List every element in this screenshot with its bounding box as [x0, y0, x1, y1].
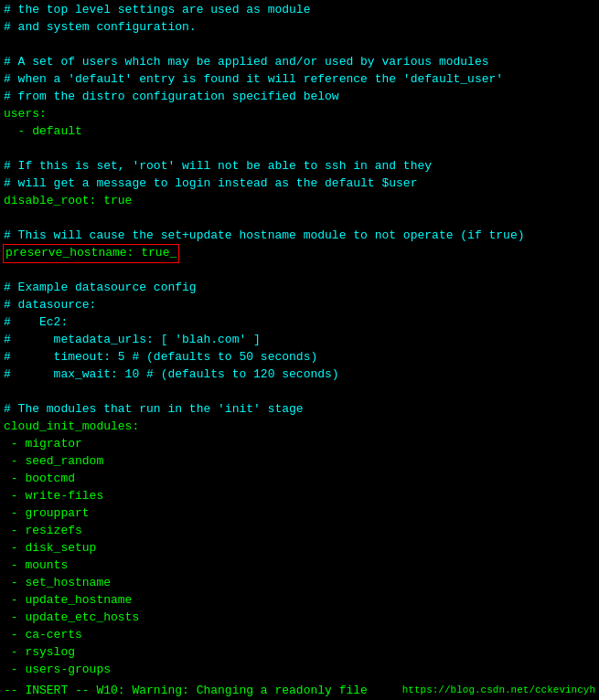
- code-line: # metadata_urls: [ 'blah.com' ]: [4, 332, 595, 349]
- code-line: - default: [4, 123, 595, 141]
- code-line: # A set of users which may be applied an…: [4, 54, 595, 71]
- code-line: [4, 210, 595, 228]
- code-line: - update_etc_hosts: [4, 610, 595, 627]
- code-line: disable_root: true: [4, 193, 595, 210]
- code-line: users:: [4, 106, 595, 123]
- code-line: [4, 37, 595, 54]
- code-line: # If this is set, 'root' will not be abl…: [4, 158, 595, 175]
- code-line: - rsyslog: [4, 644, 595, 662]
- code-line: - update_hostname: [4, 592, 595, 610]
- code-line: # Example datasource config: [4, 280, 595, 297]
- code-line: # when a 'default' entry is found it wil…: [4, 71, 595, 89]
- code-line: # from the distro configuration specifie…: [4, 89, 595, 106]
- code-line: # datasource:: [4, 297, 595, 314]
- code-line: [4, 384, 595, 401]
- code-line: - grouppart: [4, 505, 595, 523]
- code-line: # The modules that run in the 'init' sta…: [4, 401, 595, 419]
- code-line: - disk_setup: [4, 540, 595, 557]
- code-line: preserve_hostname: true_: [4, 245, 595, 262]
- code-content: # the top level settings are used as mod…: [4, 2, 595, 700]
- watermark: https://blog.csdn.net/cckevincyh: [402, 684, 595, 695]
- code-line: # will get a message to login instead as…: [4, 175, 595, 193]
- code-line: - migrator: [4, 436, 595, 453]
- code-line: [4, 262, 595, 280]
- code-line: - bootcmd: [4, 471, 595, 488]
- code-line: cloud_init_modules:: [4, 419, 595, 436]
- status-bar: -- INSERT -- W10: Warning: Changing a re…: [0, 680, 599, 700]
- code-line: - mounts: [4, 557, 595, 575]
- code-line: # Ec2:: [4, 314, 595, 332]
- code-line: - users-groups: [4, 662, 595, 679]
- code-line: - seed_random: [4, 453, 595, 471]
- code-line: - write-files: [4, 488, 595, 505]
- code-line: [4, 141, 595, 158]
- code-line: - ca-certs: [4, 627, 595, 644]
- code-line: # This will cause the set+update hostnam…: [4, 228, 595, 245]
- code-line: # the top level settings are used as mod…: [4, 2, 595, 19]
- code-line: - set_hostname: [4, 575, 595, 592]
- code-line: # max_wait: 10 # (defaults to 120 second…: [4, 366, 595, 384]
- editor-container: # the top level settings are used as mod…: [0, 0, 599, 700]
- insert-mode-label: -- INSERT -- W10: Warning: Changing a re…: [4, 684, 368, 697]
- code-line: - resizefs: [4, 523, 595, 540]
- code-line: # timeout: 5 # (defaults to 50 seconds): [4, 349, 595, 366]
- code-line: # and system configuration.: [4, 19, 595, 37]
